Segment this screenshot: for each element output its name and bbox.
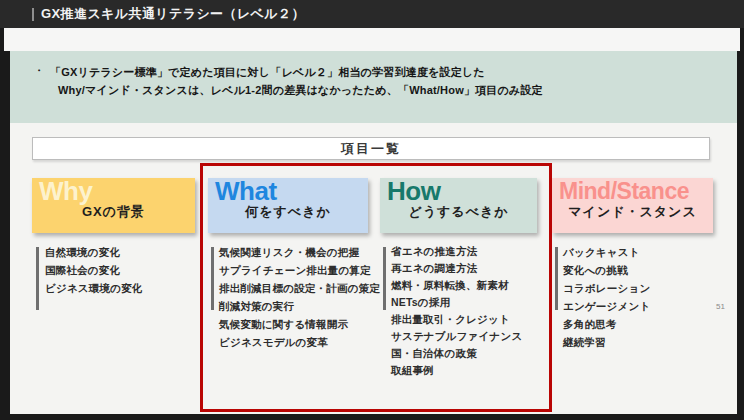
list-item: サステナブルファイナンス — [391, 328, 522, 345]
column-title-why: Why — [32, 177, 195, 205]
list-accent-bar-what — [211, 247, 214, 310]
column-title-what: What — [208, 177, 368, 205]
column-header-what: What 何をすべきか — [208, 178, 368, 233]
list-item: バックキャスト — [563, 243, 650, 261]
item-list-mind-stance: バックキャスト 変化への挑戦 コラボレーション エンゲージメント 多角的思考 継… — [563, 243, 650, 351]
list-item: ビジネス環境の変化 — [45, 279, 143, 297]
summary-banner: ・ 「GXリテラシー標準」で定めた項目に対し「レベル２」相当の学習到達度を設定し… — [10, 51, 737, 123]
summary-line-1: 「GXリテラシー標準」で定めた項目に対し「レベル２」相当の学習到達度を設定した — [50, 63, 543, 81]
list-item: 多角的思考 — [563, 315, 650, 333]
column-header-mind-stance: Mind/Stance マインド・スタンス — [552, 178, 713, 233]
column-header-how: How どうするべきか — [380, 178, 537, 233]
list-item: 変化への挑戦 — [563, 261, 650, 279]
item-list-why: 自然環境の変化 国際社会の変化 ビジネス環境の変化 — [45, 243, 143, 297]
slide-body: 項目一覧 Why GXの背景 What 何をすべきか How どうするべきか M… — [10, 123, 737, 414]
bullet-point: ・ — [34, 64, 44, 78]
list-item: サプライチェーン排出量の算定 — [219, 261, 380, 279]
summary-line-2: Why/マインド・スタンスは、レベル1-2間の差異はなかったため、「What/H… — [50, 81, 543, 99]
summary-text: 「GXリテラシー標準」で定めた項目に対し「レベル２」相当の学習到達度を設定した … — [50, 63, 543, 99]
column-subtitle-mind-stance: マインド・スタンス — [552, 203, 713, 221]
window-title-bar: GX推進スキル共通リテラシー（レベル２） — [0, 0, 744, 28]
top-spacer-strip — [4, 28, 740, 51]
list-item: 排出削減目標の設定・計画の策定 — [219, 279, 380, 297]
column-header-why: Why GXの背景 — [32, 178, 195, 233]
list-item: 自然環境の変化 — [45, 243, 143, 261]
list-item: 再エネの調達方法 — [391, 260, 522, 277]
page-number: 51 — [716, 302, 725, 311]
list-accent-bar-why — [36, 247, 39, 310]
list-item: NETsの採用 — [391, 294, 522, 311]
list-item: 気候関連リスク・機会の把握 — [219, 243, 380, 261]
section-header-item-list: 項目一覧 — [32, 137, 710, 160]
list-item: 国・自治体の政策 — [391, 345, 522, 362]
page-title: GX推進スキル共通リテラシー（レベル２） — [41, 5, 305, 23]
list-item: ビジネスモデルの変革 — [219, 333, 380, 351]
item-list-what: 気候関連リスク・機会の把握 サプライチェーン排出量の算定 排出削減目標の設定・計… — [219, 243, 380, 351]
list-item: エンゲージメント — [563, 297, 650, 315]
column-title-mind-stance: Mind/Stance — [552, 177, 713, 205]
item-list-how: 省エネの推進方法 再エネの調達方法 燃料・原料転換、新素材 NETsの採用 排出… — [391, 243, 522, 379]
list-item: 省エネの推進方法 — [391, 243, 522, 260]
list-item: 排出量取引・クレジット — [391, 311, 522, 328]
list-item: 燃料・原料転換、新素材 — [391, 277, 522, 294]
list-item: 取組事例 — [391, 362, 522, 379]
list-item: コラボレーション — [563, 279, 650, 297]
title-accent-bar — [32, 8, 34, 21]
list-item: 削減対策の実行 — [219, 297, 380, 315]
slide-window: GX推進スキル共通リテラシー（レベル２） ・ 「GXリテラシー標準」で定めた項目… — [0, 0, 744, 420]
list-item: 国際社会の変化 — [45, 261, 143, 279]
list-accent-bar-how — [383, 247, 386, 310]
list-accent-bar-mind-stance — [555, 247, 558, 310]
column-title-how: How — [380, 177, 537, 205]
list-item: 気候変動に関する情報開示 — [219, 315, 380, 333]
list-item: 継続学習 — [563, 333, 650, 351]
